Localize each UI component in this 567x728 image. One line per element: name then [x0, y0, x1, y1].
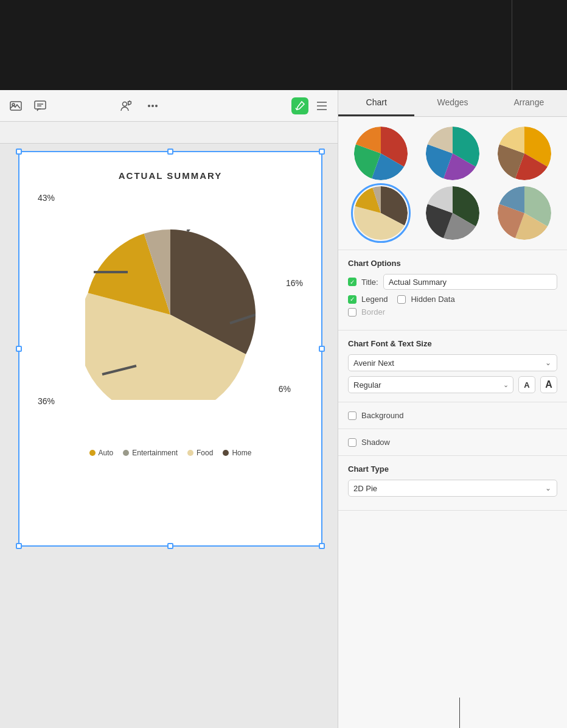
- sidebar-toggle-icon[interactable]: [313, 97, 330, 114]
- shadow-checkbox[interactable]: [348, 438, 357, 447]
- svg-point-10: [148, 105, 150, 107]
- background-section: Background: [338, 402, 567, 429]
- font-size-decrease[interactable]: A: [518, 376, 535, 393]
- legend-checkbox[interactable]: ✓: [348, 295, 357, 304]
- chart-options-section: Chart Options ✓ Title: ✓ Legend Hidden D…: [338, 250, 567, 331]
- chart-type-select[interactable]: 2D Pie 3D Pie 2D Bar 2D Line: [348, 480, 557, 497]
- legend-entertainment: Entertainment: [123, 449, 178, 457]
- pie-area: 43% 36% 16% 6%: [19, 187, 321, 443]
- top-bar: [0, 0, 567, 90]
- chart-type-wrapper: 2D Pie 3D Pie 2D Bar 2D Line: [348, 480, 557, 497]
- font-section: Chart Font & Text Size Avenir Next Helve…: [338, 331, 567, 402]
- legend-label-home: Home: [232, 449, 251, 457]
- legend-dot-auto: [89, 450, 96, 456]
- font-family-wrapper: Avenir Next Helvetica Neue Arial: [348, 354, 557, 371]
- font-family-select[interactable]: Avenir Next Helvetica Neue Arial: [348, 354, 557, 371]
- handle-bottom-left[interactable]: [16, 543, 22, 549]
- legend-dot-home: [223, 450, 229, 456]
- options-row-2: ✓ Legend Hidden Data: [348, 295, 557, 304]
- legend-label: Legend: [361, 295, 388, 304]
- title-checkbox[interactable]: ✓: [348, 278, 357, 286]
- svg-point-11: [151, 105, 154, 107]
- top-line-decoration: [512, 0, 512, 90]
- toolbar-right: [291, 97, 330, 114]
- swatch-2[interactable]: [426, 127, 479, 180]
- label-36: 36%: [38, 396, 55, 406]
- chart-title: ACTUAL SUMMARY: [19, 170, 321, 181]
- hidden-data-option-row: Hidden Data: [397, 295, 454, 304]
- svg-line-8: [131, 101, 132, 102]
- svg-point-5: [123, 102, 127, 106]
- pie-chart-svg: [85, 229, 256, 400]
- handle-bottom-center[interactable]: [167, 543, 173, 549]
- chart-container[interactable]: ACTUAL SUMMARY 43% 36% 16% 6%: [18, 151, 322, 547]
- swatch-6[interactable]: [498, 186, 551, 240]
- svg-line-9: [128, 101, 128, 102]
- legend-home: Home: [223, 449, 251, 457]
- hidden-data-checkbox[interactable]: [397, 295, 406, 304]
- title-input[interactable]: [383, 274, 557, 290]
- svg-point-12: [155, 105, 158, 107]
- swatch-5[interactable]: [426, 186, 479, 240]
- font-style-select[interactable]: Regular Bold Italic: [348, 376, 513, 393]
- swatch-3[interactable]: [498, 127, 551, 180]
- font-style-wrapper: Regular Bold Italic: [348, 376, 513, 393]
- chart-type-section: Chart Type 2D Pie 3D Pie 2D Bar 2D Line: [338, 456, 567, 511]
- border-option-row: Border: [348, 307, 557, 317]
- background-checkbox[interactable]: [348, 411, 357, 420]
- image-icon[interactable]: [7, 97, 24, 114]
- bottom-line-decoration: [459, 698, 460, 728]
- more-options-icon[interactable]: [144, 97, 161, 114]
- svg-point-6: [128, 101, 131, 104]
- inspector-panel: Chart Wedges Arrange: [338, 90, 567, 728]
- chart-legend: Auto Entertainment Food Home: [19, 449, 321, 457]
- hidden-data-label: Hidden Data: [411, 295, 454, 304]
- collaborate-icon[interactable]: [117, 97, 134, 114]
- font-section-title: Chart Font & Text Size: [348, 339, 557, 348]
- inspector-tabs: Chart Wedges Arrange: [338, 90, 567, 117]
- chart-type-title: Chart Type: [348, 464, 557, 474]
- legend-dot-food: [187, 450, 193, 456]
- label-6: 6%: [279, 384, 291, 394]
- label-16: 16%: [286, 278, 303, 288]
- font-style-row: Regular Bold Italic A A: [348, 376, 557, 393]
- legend-option-row: ✓ Legend: [348, 295, 388, 304]
- title-label: Title:: [361, 278, 378, 287]
- toolbar: [0, 90, 338, 122]
- legend-label-auto: Auto: [99, 449, 114, 457]
- handle-top-left[interactable]: [16, 149, 22, 155]
- handle-bottom-right[interactable]: [319, 543, 325, 549]
- label-43: 43%: [38, 193, 55, 203]
- chart-options-title: Chart Options: [348, 259, 557, 268]
- font-size-increase[interactable]: A: [540, 376, 557, 393]
- main-content: ACTUAL SUMMARY 43% 36% 16% 6%: [0, 90, 567, 728]
- svg-line-19: [187, 229, 196, 231]
- border-label: Border: [361, 307, 385, 317]
- handle-top-center[interactable]: [167, 149, 173, 155]
- tab-arrange[interactable]: Arrange: [491, 90, 567, 116]
- toolbar-center: [117, 97, 161, 114]
- swatch-4[interactable]: [354, 186, 408, 240]
- legend-dot-entertainment: [123, 450, 129, 456]
- legend-auto: Auto: [89, 449, 114, 457]
- legend-food: Food: [187, 449, 213, 457]
- chart-style-swatches: [338, 117, 567, 250]
- title-option-row: ✓ Title:: [348, 274, 557, 290]
- format-paintbrush-icon[interactable]: [291, 97, 308, 114]
- background-label: Background: [361, 411, 403, 420]
- canvas-area: ACTUAL SUMMARY 43% 36% 16% 6%: [0, 90, 338, 728]
- shadow-label: Shadow: [361, 438, 390, 447]
- canvas-tabs: [0, 122, 338, 144]
- comment-icon[interactable]: [32, 97, 49, 114]
- legend-label-entertainment: Entertainment: [132, 449, 178, 457]
- handle-top-right[interactable]: [319, 149, 325, 155]
- border-checkbox[interactable]: [348, 308, 357, 317]
- svg-rect-2: [35, 101, 46, 109]
- tab-chart[interactable]: Chart: [338, 90, 414, 116]
- shadow-section: Shadow: [338, 429, 567, 456]
- tab-wedges[interactable]: Wedges: [414, 90, 490, 116]
- legend-label-food: Food: [197, 449, 213, 457]
- swatch-1[interactable]: [354, 127, 408, 180]
